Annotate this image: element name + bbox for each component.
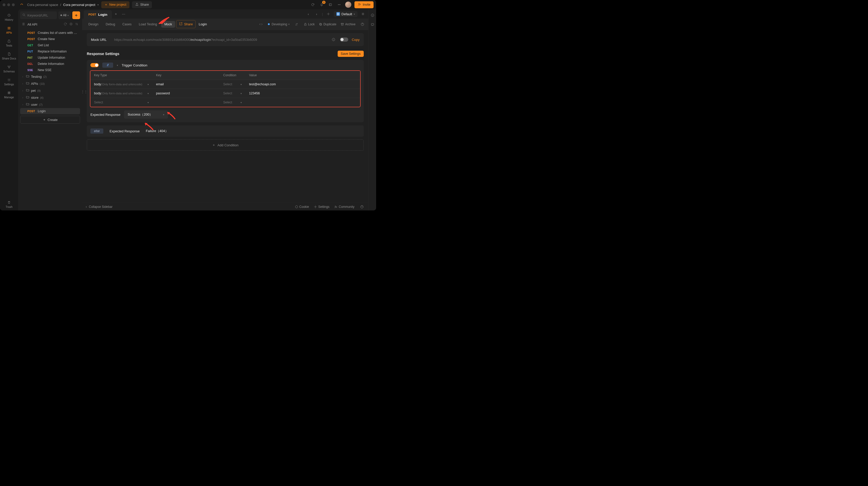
tab-title: Login	[98, 13, 107, 17]
footer-cookie[interactable]: Cookie	[295, 205, 309, 209]
create-button[interactable]: ＋ Create	[20, 116, 80, 123]
info-icon[interactable]	[331, 37, 336, 42]
keytype-select[interactable]: body(Only form-data and urlencode)▾	[90, 80, 152, 89]
save-settings-button[interactable]: Save Settings	[338, 51, 364, 57]
rail-history[interactable]: History	[1, 11, 17, 23]
search-input[interactable]: Keyword/URL	[20, 11, 57, 19]
info-icon[interactable]	[370, 12, 375, 18]
api-item-selected[interactable]: POSTLogin	[20, 108, 80, 114]
chevron-down-icon[interactable]: ▾	[117, 64, 118, 67]
breadcrumb-space[interactable]: Cora personal space	[27, 3, 58, 7]
folder-row[interactable]: ›user(7)	[20, 101, 80, 108]
duplicate-button[interactable]: Duplicate	[319, 23, 336, 26]
add-api-button[interactable]: ＋	[72, 11, 80, 19]
share-button[interactable]: Share	[132, 1, 152, 8]
window-controls[interactable]	[3, 3, 15, 6]
chevron-down-icon[interactable]: ▾	[97, 3, 99, 6]
folder-row[interactable]: ›store(4)	[20, 94, 80, 101]
breadcrumb-project[interactable]: Cora personal project	[63, 3, 95, 7]
breadcrumb[interactable]: Cora personal space / Cora personal proj…	[27, 3, 99, 7]
footer-community[interactable]: Community	[334, 205, 354, 209]
chevron-left-icon[interactable]: ‹	[305, 11, 311, 17]
value-input[interactable]: 123456	[245, 89, 360, 98]
env-gear-icon[interactable]	[326, 11, 331, 17]
footer-settings[interactable]: Settings	[314, 205, 330, 209]
rail-manage-label: Manage	[4, 96, 14, 99]
code-icon[interactable]	[258, 22, 264, 27]
rail-trash[interactable]: Trash	[1, 199, 17, 210]
mock-url-box: Mock URL https://mock.echoapi.com/mock/3…	[87, 33, 364, 46]
comments-icon[interactable]	[370, 22, 375, 27]
locate-icon[interactable]	[69, 22, 73, 27]
api-item[interactable]: SSENew SSE	[20, 67, 80, 73]
api-item[interactable]: DELDelete Information	[20, 61, 80, 67]
subtab-design[interactable]: Design	[85, 21, 101, 28]
help-icon[interactable]	[360, 22, 365, 27]
api-item[interactable]: PATUpdate Information	[20, 55, 80, 61]
swap-icon[interactable]	[294, 22, 300, 27]
lock-button[interactable]: Lock	[304, 23, 315, 26]
api-item[interactable]: POSTCreates list of users with …	[20, 30, 80, 36]
folder-row[interactable]: ›pet(9)	[20, 87, 80, 94]
condition-toggle[interactable]	[90, 63, 99, 67]
more-icon[interactable]	[336, 2, 342, 7]
invite-button[interactable]: Invite	[354, 1, 374, 8]
chevron-right-icon[interactable]: ›	[314, 11, 319, 17]
api-item[interactable]: PUTReplace Information	[20, 48, 80, 55]
condition-select[interactable]: Select▾	[220, 80, 245, 89]
rail-apis[interactable]: APIs	[1, 24, 17, 36]
api-item[interactable]: GETGet List	[20, 42, 80, 48]
subtab-cases[interactable]: Cases	[119, 21, 134, 28]
drag-handle-icon[interactable]: ⋮⋮	[82, 90, 87, 93]
list-icon[interactable]	[360, 11, 366, 17]
rail-share-docs[interactable]: Share Docs	[1, 50, 17, 62]
close-dot[interactable]	[3, 3, 5, 6]
archive-button[interactable]: Archive	[340, 23, 355, 26]
doc-tab-login[interactable]: POST Login	[84, 10, 112, 19]
new-tab-button[interactable]: ＋	[112, 9, 120, 19]
key-input[interactable]: password	[152, 89, 220, 98]
mock-enable-toggle[interactable]	[340, 37, 348, 41]
if-dropdown[interactable]: if	[102, 62, 113, 68]
value-input[interactable]: test@echoapi.com	[245, 80, 360, 89]
min-dot[interactable]	[7, 3, 10, 6]
subtab-debug[interactable]: Debug	[102, 21, 118, 28]
max-dot[interactable]	[12, 3, 15, 6]
add-condition-button[interactable]: ＋ Add Condition	[87, 139, 364, 151]
user-avatar[interactable]	[345, 2, 351, 8]
api-item[interactable]: POSTCreate New	[20, 36, 80, 42]
help-icon[interactable]	[359, 204, 365, 210]
key-input[interactable]: email	[152, 80, 220, 89]
sidebar-toggle-icon[interactable]	[328, 2, 333, 7]
subtab-share[interactable]: Share	[176, 20, 195, 28]
tab-more-button[interactable]: ⋯	[120, 9, 127, 19]
condition-select[interactable]: Select▾	[220, 98, 245, 107]
expected-response-select[interactable]: Success（200） ▾	[124, 110, 168, 119]
rail-manage[interactable]: Manage	[1, 89, 17, 101]
rail-schemas[interactable]: Schemas	[1, 63, 17, 75]
folder-row[interactable]: ›Testing(2)	[20, 73, 80, 80]
mock-url-value[interactable]: https://mock.echoapi.com/mock/306931d1b8…	[114, 38, 326, 41]
sort-icon[interactable]	[75, 22, 79, 27]
rail-settings[interactable]: Settings	[1, 76, 17, 88]
plus-icon: ＋	[43, 117, 46, 122]
subtab-mock[interactable]: Mock	[161, 21, 175, 28]
keytype-select[interactable]: Select▾	[90, 98, 152, 107]
copy-button[interactable]: Copy	[352, 38, 360, 41]
bell-icon[interactable]: 3	[319, 2, 324, 7]
status-dropdown[interactable]: Developing ▾	[268, 23, 289, 26]
refresh-icon[interactable]	[64, 22, 67, 27]
key-input[interactable]	[152, 98, 220, 107]
sync-icon[interactable]	[310, 2, 316, 7]
tree-root[interactable]: All API	[20, 21, 80, 28]
subtab-load[interactable]: Load Testing	[135, 21, 160, 28]
keytype-select[interactable]: body(Only form-data and urlencode)▾	[90, 89, 152, 98]
new-project-button[interactable]: ＋ New project	[101, 1, 129, 8]
rail-tests[interactable]: Tests	[1, 37, 17, 49]
env-selector[interactable]: D Default ▾	[334, 11, 358, 17]
condition-select[interactable]: Select▾	[220, 89, 245, 98]
value-input[interactable]	[245, 98, 360, 107]
folder-row[interactable]: ›APIs(10)	[20, 80, 80, 87]
filter-dropdown[interactable]: All ▾	[58, 11, 71, 19]
collapse-sidebar-button[interactable]: ‹ Collapse Sidebar	[86, 205, 113, 209]
